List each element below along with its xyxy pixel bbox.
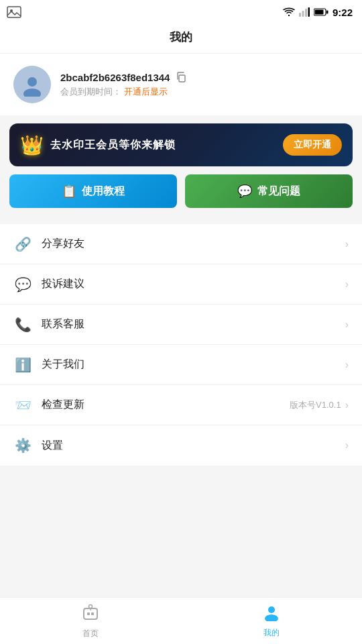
svg-rect-7 — [314, 10, 323, 15]
signal-icon — [299, 7, 310, 17]
feedback-label: 投诉建议 — [42, 277, 345, 291]
status-time: 9:22 — [333, 7, 353, 18]
settings-label: 设置 — [42, 439, 345, 453]
support-icon: 📞 — [13, 317, 32, 333]
about-label: 关于我们 — [42, 358, 345, 372]
update-meta: 版本号V1.0.1 — [290, 399, 341, 411]
menu-item-update[interactable]: 📨 检查更新 版本号V1.0.1 › — [0, 385, 362, 425]
mine-nav-label: 我的 — [263, 627, 280, 639]
about-chevron: › — [345, 359, 349, 371]
svg-point-9 — [27, 77, 37, 87]
image-icon — [7, 6, 21, 18]
crown-icon: 👑 — [20, 134, 44, 156]
support-chevron: › — [345, 319, 349, 331]
svg-point-15 — [89, 604, 93, 608]
svg-rect-13 — [87, 612, 90, 615]
vip-banner-text: 去水印王会员等你来解锁 — [50, 138, 176, 152]
member-expire-value[interactable]: 开通后显示 — [124, 87, 168, 97]
profile-section: 2bcabf2b6263f8ed1344 会员到期时间： 开通后显示 — [0, 54, 362, 115]
user-id-text: 2bcabf2b6263f8ed1344 — [60, 72, 170, 83]
nav-item-home[interactable]: 首页 — [0, 603, 181, 639]
update-icon: 📨 — [13, 397, 32, 413]
mine-nav-icon — [263, 604, 280, 625]
battery-icon — [314, 8, 328, 16]
nav-item-mine[interactable]: 我的 — [181, 604, 362, 639]
settings-icon: ⚙️ — [13, 437, 32, 453]
member-expire: 会员到期时间： 开通后显示 — [60, 86, 349, 98]
bottom-nav: 首页 我的 — [0, 597, 362, 644]
svg-rect-8 — [326, 11, 328, 14]
tutorial-button[interactable]: 📋 使用教程 — [9, 174, 177, 208]
profile-info: 2bcabf2b6263f8ed1344 会员到期时间： 开通后显示 — [60, 71, 349, 98]
update-chevron: › — [345, 399, 349, 411]
menu-item-feedback[interactable]: 💬 投诉建议 › — [0, 264, 362, 305]
feedback-chevron: › — [345, 278, 349, 290]
svg-rect-3 — [302, 11, 304, 17]
status-bar: 9:22 — [0, 0, 362, 24]
status-left — [7, 6, 21, 18]
faq-icon: 💬 — [237, 184, 252, 199]
menu-item-support[interactable]: 📞 联系客服 › — [0, 305, 362, 345]
menu-item-about[interactable]: ℹ️ 关于我们 › — [0, 345, 362, 385]
svg-rect-11 — [179, 75, 185, 82]
svg-point-18 — [265, 614, 278, 621]
update-label: 检查更新 — [42, 398, 290, 412]
support-label: 联系客服 — [42, 317, 345, 331]
vip-banner-left: 👑 去水印王会员等你来解锁 — [20, 134, 176, 156]
feedback-icon: 💬 — [13, 276, 32, 292]
action-buttons: 📋 使用教程 💬 常见问题 — [0, 174, 362, 217]
status-right: 9:22 — [283, 7, 353, 18]
svg-point-10 — [23, 89, 41, 97]
page-header: 我的 — [0, 24, 362, 54]
svg-rect-5 — [308, 7, 310, 17]
tutorial-label: 使用教程 — [82, 184, 125, 199]
avatar-icon — [20, 72, 44, 97]
vip-banner[interactable]: 👑 去水印王会员等你来解锁 立即开通 — [9, 123, 353, 166]
share-chevron: › — [345, 238, 349, 250]
wifi-icon — [283, 7, 295, 17]
svg-rect-14 — [91, 612, 94, 615]
share-icon: 🔗 — [13, 236, 32, 252]
vip-open-button[interactable]: 立即开通 — [283, 134, 342, 156]
share-label: 分享好友 — [42, 237, 345, 251]
menu-item-share[interactable]: 🔗 分享好友 › — [0, 224, 362, 264]
menu-list: 🔗 分享好友 › 💬 投诉建议 › 📞 联系客服 › ℹ️ 关于我们 › 📨 检… — [0, 224, 362, 466]
svg-rect-4 — [305, 9, 307, 17]
profile-id-row: 2bcabf2b6263f8ed1344 — [60, 71, 349, 83]
page-title: 我的 — [170, 31, 192, 44]
faq-label: 常见问题 — [257, 184, 300, 199]
settings-chevron: › — [345, 439, 349, 451]
home-nav-label: 首页 — [82, 628, 99, 639]
about-icon: ℹ️ — [13, 357, 32, 373]
svg-rect-2 — [299, 13, 301, 17]
home-nav-icon — [81, 603, 100, 626]
faq-button[interactable]: 💬 常见问题 — [185, 174, 353, 208]
avatar — [13, 66, 51, 103]
tutorial-icon: 📋 — [62, 184, 76, 199]
menu-item-settings[interactable]: ⚙️ 设置 › — [0, 425, 362, 466]
svg-rect-0 — [7, 7, 21, 17]
copy-icon[interactable] — [175, 71, 187, 83]
svg-point-17 — [268, 606, 275, 613]
